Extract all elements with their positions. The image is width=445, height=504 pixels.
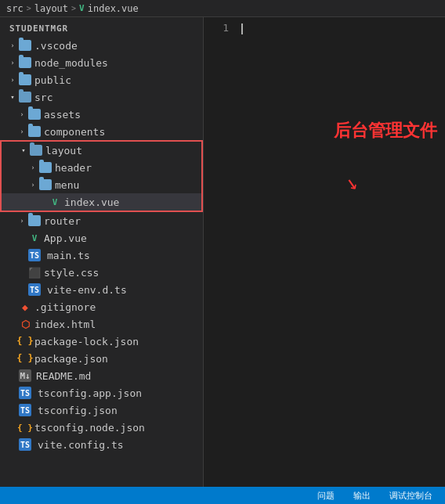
- tree-item-public[interactable]: public: [0, 71, 203, 88]
- tree-item-vscode[interactable]: .vscode: [0, 37, 203, 54]
- label-app-vue: App.vue: [44, 232, 87, 244]
- label-public: public: [34, 74, 71, 86]
- ts-file-icon-tsconfig: TS: [19, 404, 31, 416]
- tree-item-index-vue[interactable]: V index.vue: [2, 193, 201, 211]
- tree-item-menu[interactable]: menu: [2, 176, 201, 193]
- editor-area: 1 后台管理文件 ↙: [204, 17, 445, 487]
- breadcrumb-layout: layout: [34, 3, 68, 14]
- label-style-css: style.css: [44, 267, 99, 279]
- label-assets: assets: [44, 109, 81, 121]
- vue-file-icon-index: V: [49, 196, 61, 208]
- css-file-icon: ⬛: [28, 266, 41, 279]
- main-content: STUDENTMGR .vscode node_modules public s…: [0, 17, 445, 487]
- md-file-icon: M↓: [19, 369, 31, 382]
- code-content[interactable]: [235, 20, 445, 484]
- tree-item-assets[interactable]: assets: [0, 106, 203, 123]
- tree-item-tsconfig-app[interactable]: TS tsconfig.app.json: [0, 384, 203, 401]
- chevron-menu: [27, 178, 39, 191]
- folder-icon-menu: [39, 179, 52, 190]
- breadcrumb-sep2: >: [71, 4, 76, 13]
- tree-item-tsconfig-node[interactable]: { } tsconfig.node.json: [0, 419, 203, 436]
- chevron-layout: [17, 144, 30, 157]
- breadcrumb-sep1: >: [27, 4, 31, 13]
- json-file-icon-pkg: { }: [19, 352, 31, 365]
- label-readme: README.md: [36, 370, 91, 382]
- folder-icon-src: [19, 92, 31, 103]
- folder-icon-header: [39, 162, 52, 173]
- label-menu: menu: [55, 179, 79, 191]
- tree-item-vite-config[interactable]: TS vite.config.ts: [0, 436, 203, 453]
- tree-item-router[interactable]: router: [0, 212, 203, 229]
- label-router: router: [44, 215, 81, 227]
- breadcrumb-src: src: [6, 3, 24, 14]
- ts-file-icon-tsconfigapp: TS: [19, 387, 31, 399]
- folder-icon-layout: [30, 145, 42, 156]
- label-gitignore: .gitignore: [34, 301, 96, 313]
- tree-item-style-css[interactable]: ⬛ style.css: [0, 264, 203, 281]
- json-ts-file-icon: { }: [19, 421, 31, 434]
- label-vite-config: vite.config.ts: [38, 439, 124, 451]
- chevron-router: [16, 214, 28, 227]
- chevron-main-ts: [16, 249, 28, 261]
- chevron-gitignore: [6, 301, 19, 313]
- folder-icon-node-modules: [19, 57, 31, 68]
- json-file-icon-pkglock: { }: [19, 335, 31, 347]
- tree-item-src[interactable]: src: [0, 88, 203, 106]
- chevron-vscode: [6, 39, 19, 52]
- sidebar: STUDENTMGR .vscode node_modules public s…: [0, 17, 204, 487]
- chevron-assets: [16, 108, 28, 121]
- line-numbers: 1: [204, 20, 235, 484]
- chevron-index-vue: [36, 196, 49, 208]
- label-layout: layout: [45, 145, 82, 157]
- chevron-readme: [6, 369, 19, 382]
- tree-item-layout[interactable]: layout: [2, 142, 201, 159]
- label-components: components: [44, 126, 105, 138]
- editor-content: 1: [204, 17, 445, 487]
- tree-item-pkg[interactable]: { } package.json: [0, 350, 203, 367]
- chevron-index-html: [6, 318, 19, 330]
- tree-item-pkg-lock[interactable]: { } package-lock.json: [0, 333, 203, 350]
- status-problems[interactable]: 问题: [314, 490, 338, 502]
- chevron-vite-env: [16, 283, 28, 296]
- label-index-html: index.html: [34, 319, 96, 330]
- vue-file-icon-app: V: [28, 232, 41, 244]
- explorer-title: STUDENTMGR: [0, 17, 203, 37]
- top-bar: src > layout > V index.vue: [0, 0, 445, 17]
- line-number-1: 1: [204, 22, 229, 34]
- tree-item-index-html[interactable]: ⬡ index.html: [0, 315, 203, 333]
- chevron-components: [16, 125, 28, 138]
- tree-item-node-modules[interactable]: node_modules: [0, 54, 203, 71]
- folder-icon-assets: [28, 109, 41, 120]
- tree-item-components[interactable]: components: [0, 123, 203, 140]
- tree-item-main-ts[interactable]: TS main.ts: [0, 247, 203, 264]
- chevron-public: [6, 74, 19, 86]
- tree-item-tsconfig[interactable]: TS tsconfig.json: [0, 401, 203, 419]
- folder-icon-public: [19, 74, 31, 85]
- chevron-src: [6, 91, 19, 103]
- label-tsconfig-node: tsconfig.node.json: [34, 422, 145, 434]
- label-tsconfig-app: tsconfig.app.json: [38, 387, 142, 399]
- chevron-vite-config: [6, 438, 19, 451]
- chevron-tsconfig: [6, 404, 19, 416]
- label-node-modules: node_modules: [34, 57, 108, 69]
- tree-item-app-vue[interactable]: V App.vue: [0, 229, 203, 247]
- label-pkg: package.json: [34, 353, 108, 365]
- folder-icon-router: [28, 215, 41, 226]
- breadcrumb-file: index.vue: [88, 3, 139, 14]
- label-header: header: [55, 162, 92, 174]
- label-index-vue: index.vue: [64, 196, 119, 208]
- label-src: src: [34, 92, 52, 103]
- label-main-ts: main.ts: [47, 250, 90, 261]
- cursor: [241, 23, 243, 34]
- breadcrumb: src > layout > V index.vue: [6, 3, 139, 14]
- tree-item-readme[interactable]: M↓ README.md: [0, 367, 203, 384]
- tree-item-header[interactable]: header: [2, 159, 201, 176]
- status-output[interactable]: 输出: [350, 490, 374, 502]
- folder-icon-components: [28, 126, 41, 137]
- chevron-node-modules: [6, 56, 19, 69]
- tree-item-vite-env[interactable]: TS vite-env.d.ts: [0, 281, 203, 298]
- chevron-app-vue: [16, 232, 28, 244]
- status-debug-console[interactable]: 调试控制台: [386, 490, 436, 502]
- ts-file-icon-viteenv: TS: [28, 283, 41, 296]
- tree-item-gitignore[interactable]: ◆ .gitignore: [0, 298, 203, 315]
